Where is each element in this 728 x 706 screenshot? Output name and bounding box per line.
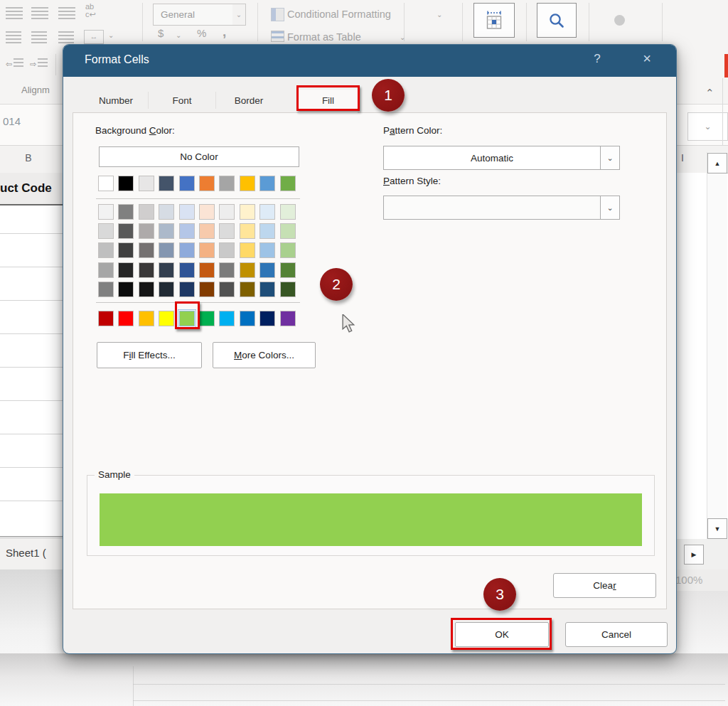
variant-color-swatch[interactable] — [199, 204, 215, 220]
pattern-style-combo[interactable]: ⌄ — [383, 196, 620, 220]
scroll-up-button[interactable]: ▲ — [707, 153, 727, 173]
standard-color-swatch[interactable] — [98, 311, 114, 326]
variant-color-swatch[interactable] — [118, 282, 134, 297]
currency-format-icon[interactable]: $ — [158, 27, 164, 39]
theme-color-swatch[interactable] — [240, 176, 255, 191]
cancel-button[interactable]: Cancel — [565, 622, 668, 647]
variant-color-swatch[interactable] — [98, 242, 114, 258]
scroll-down-button[interactable]: ▼ — [707, 518, 727, 539]
variant-color-swatch[interactable] — [219, 223, 235, 239]
number-format-combo[interactable]: General — [153, 4, 234, 26]
pattern-color-combo[interactable]: Automatic ⌄ — [383, 146, 620, 170]
variant-color-swatch[interactable] — [259, 282, 275, 297]
variant-color-swatch[interactable] — [118, 223, 134, 239]
increase-indent-icon[interactable]: ⇨ — [30, 57, 48, 70]
variant-color-swatch[interactable] — [219, 262, 235, 278]
variant-color-swatch[interactable] — [118, 242, 134, 258]
variant-color-swatch[interactable] — [240, 262, 255, 278]
currency-dropdown-icon[interactable]: ⌄ — [176, 31, 181, 39]
sheet-tab[interactable]: Sheet1 ( — [0, 536, 63, 570]
standard-color-swatch[interactable] — [219, 311, 235, 326]
percent-style-icon[interactable]: % — [197, 27, 206, 39]
variant-color-swatch[interactable] — [179, 223, 195, 239]
variant-color-swatch[interactable] — [179, 242, 195, 258]
variant-color-swatch[interactable] — [98, 223, 114, 239]
conditional-formatting-button[interactable]: Conditional Formatting — [287, 9, 391, 20]
variant-color-swatch[interactable] — [118, 262, 134, 278]
tab-font[interactable]: Font — [149, 90, 215, 112]
number-format-combo-arrow[interactable]: ⌄ — [232, 4, 246, 26]
tab-number[interactable]: Number — [85, 90, 147, 112]
variant-color-swatch[interactable] — [240, 242, 255, 258]
align-left-icon[interactable] — [6, 31, 21, 43]
align-top-icon[interactable] — [6, 7, 23, 19]
help-icon[interactable]: ? — [588, 52, 606, 66]
fill-effects-button[interactable]: Fill Effects... — [97, 342, 202, 368]
variant-color-swatch[interactable] — [199, 242, 215, 258]
variant-color-swatch[interactable] — [219, 204, 235, 220]
theme-color-swatch[interactable] — [199, 176, 215, 191]
standard-color-swatch[interactable] — [118, 311, 134, 326]
insert-slicer-button[interactable] — [473, 3, 515, 38]
align-middle-icon[interactable] — [31, 7, 48, 19]
variant-color-swatch[interactable] — [199, 223, 215, 239]
variant-color-swatch[interactable] — [159, 282, 174, 297]
chevron-down-icon[interactable]: ⌄ — [600, 146, 619, 169]
variant-color-swatch[interactable] — [219, 282, 235, 297]
merge-dropdown-icon[interactable]: ⌄ — [108, 31, 114, 39]
theme-color-swatch[interactable] — [179, 176, 195, 191]
close-icon[interactable]: × — [638, 50, 656, 67]
align-center-icon[interactable] — [31, 31, 47, 43]
theme-color-swatch[interactable] — [280, 176, 296, 191]
merge-center-icon[interactable]: ↔ — [84, 30, 104, 44]
collapse-ribbon-icon[interactable]: ⌃ — [705, 87, 714, 100]
format-as-table-button[interactable]: Format as Table — [287, 31, 361, 43]
theme-color-swatch[interactable] — [98, 176, 114, 191]
theme-color-swatch[interactable] — [159, 176, 174, 191]
decrease-indent-icon[interactable]: ⇦ — [6, 57, 23, 70]
variant-color-swatch[interactable] — [259, 223, 275, 239]
variant-color-swatch[interactable] — [199, 262, 215, 278]
variant-color-swatch[interactable] — [139, 262, 154, 278]
variant-color-swatch[interactable] — [259, 204, 275, 220]
variant-color-swatch[interactable] — [139, 282, 154, 297]
theme-color-swatch[interactable] — [259, 176, 275, 191]
variant-color-swatch[interactable] — [240, 223, 255, 239]
variant-color-swatch[interactable] — [219, 242, 235, 258]
clear-button[interactable]: Clear — [553, 573, 656, 598]
variant-color-swatch[interactable] — [240, 204, 255, 220]
variant-color-swatch[interactable] — [179, 204, 195, 220]
variant-color-swatch[interactable] — [280, 242, 296, 258]
scroll-right-button[interactable]: ▶ — [684, 545, 704, 565]
standard-color-swatch[interactable] — [240, 311, 255, 326]
standard-color-swatch[interactable] — [259, 311, 275, 326]
variant-color-swatch[interactable] — [139, 242, 154, 258]
column-header-b[interactable]: B — [20, 152, 37, 164]
variant-color-swatch[interactable] — [159, 262, 174, 278]
find-select-button[interactable] — [537, 3, 577, 38]
standard-color-swatch[interactable] — [280, 311, 296, 326]
more-colors-button[interactable]: More Colors... — [213, 342, 316, 368]
standard-color-swatch[interactable] — [159, 311, 174, 326]
variant-color-swatch[interactable] — [259, 262, 275, 278]
variant-color-swatch[interactable] — [280, 262, 296, 278]
standard-color-swatch[interactable] — [199, 311, 215, 326]
variant-color-swatch[interactable] — [280, 204, 296, 220]
no-color-button[interactable]: No Color — [99, 146, 299, 167]
variant-color-swatch[interactable] — [179, 262, 195, 278]
align-right-icon[interactable] — [58, 31, 74, 43]
theme-color-swatch[interactable] — [139, 176, 154, 191]
variant-color-swatch[interactable] — [98, 282, 114, 297]
tab-border[interactable]: Border — [217, 90, 281, 112]
theme-color-swatch[interactable] — [118, 176, 134, 191]
variant-color-swatch[interactable] — [240, 282, 255, 297]
variant-color-swatch[interactable] — [118, 204, 134, 220]
align-bottom-icon[interactable] — [58, 7, 75, 19]
worksheet-grid-left[interactable] — [0, 205, 63, 536]
wrap-text-icon[interactable]: ab c↩ — [85, 3, 96, 18]
theme-color-swatch[interactable] — [219, 176, 235, 191]
variant-color-swatch[interactable] — [280, 223, 296, 239]
vertical-scrollbar[interactable]: ▲ ▼ — [707, 152, 727, 539]
variant-color-swatch[interactable] — [199, 282, 215, 297]
variant-color-swatch[interactable] — [159, 242, 174, 258]
